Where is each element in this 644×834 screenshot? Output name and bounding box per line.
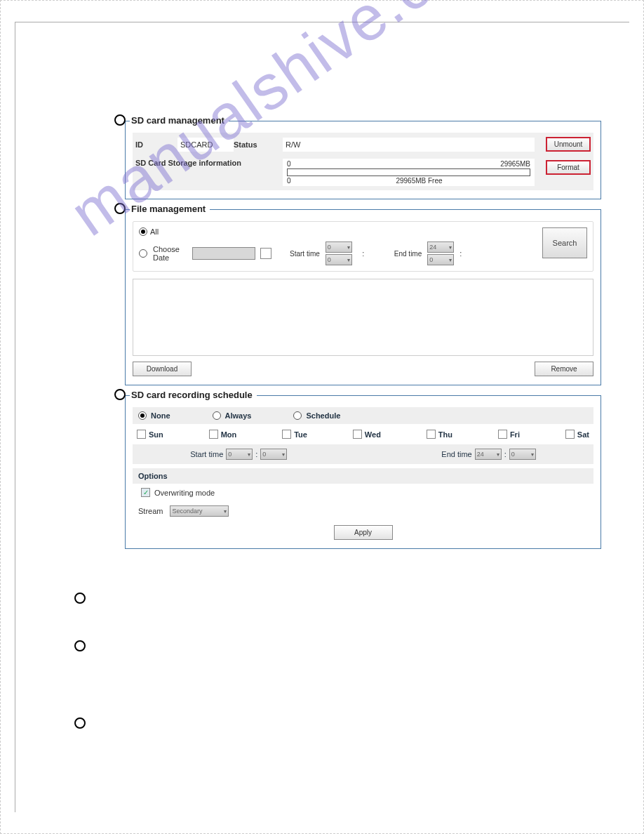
schedule-label: Schedule bbox=[306, 411, 340, 420]
sd-bar-end: 29965MB bbox=[500, 160, 530, 168]
file-management-panel: File management All Choose Date bbox=[125, 209, 601, 385]
bullet-icon bbox=[114, 114, 126, 126]
day-mon[interactable]: Mon bbox=[209, 430, 237, 439]
sd-mgmt-title: SD card management bbox=[130, 115, 229, 126]
day-thu[interactable]: Thu bbox=[427, 430, 452, 439]
end-time-label: End time bbox=[394, 250, 422, 258]
chk-tue[interactable] bbox=[282, 430, 291, 439]
stream-label: Stream bbox=[138, 507, 163, 515]
sd-status-label: Status bbox=[234, 140, 283, 149]
file-list[interactable] bbox=[133, 279, 593, 356]
filter-choose-row: Choose Date Start time 0▾ 0▾ : bbox=[139, 241, 535, 265]
bullet-icon bbox=[114, 389, 126, 400]
file-filter-box: All Choose Date Start time 0▾ bbox=[133, 221, 593, 272]
sd-mgmt-title-row: SD card management bbox=[114, 114, 229, 126]
content-area: SD card management ID SDCARD Status R/W … bbox=[58, 29, 601, 549]
bullet-icon bbox=[114, 203, 126, 214]
sched-start-h[interactable]: 0▾ bbox=[226, 449, 253, 460]
sd-storage-bar-col: 0 29965MB 0 29965MB Free bbox=[283, 159, 535, 186]
end-hour-select[interactable]: 24▾ bbox=[427, 241, 454, 253]
filter-all-label: All bbox=[150, 227, 159, 236]
chk-overwrite[interactable] bbox=[141, 488, 150, 497]
list-bullet-icon bbox=[74, 640, 86, 651]
start-hour-select[interactable]: 0▾ bbox=[326, 241, 352, 253]
mode-none[interactable]: None bbox=[138, 411, 170, 420]
mode-schedule[interactable]: Schedule bbox=[293, 411, 340, 420]
sat-label: Sat bbox=[577, 430, 589, 439]
none-label: None bbox=[151, 411, 170, 420]
day-wed[interactable]: Wed bbox=[353, 430, 381, 439]
page-inner: manualshive.com SD card management ID SD… bbox=[15, 22, 629, 812]
fri-label: Fri bbox=[510, 430, 520, 439]
wed-label: Wed bbox=[365, 430, 381, 439]
sched-start-m[interactable]: 0▾ bbox=[260, 449, 287, 460]
format-button[interactable]: Format bbox=[546, 160, 591, 175]
calendar-icon[interactable] bbox=[260, 248, 271, 259]
unmount-button[interactable]: Unmount bbox=[546, 137, 591, 152]
chk-mon[interactable] bbox=[209, 430, 218, 439]
sd-bar-top: 0 29965MB bbox=[287, 160, 530, 168]
overwrite-row[interactable]: Overwriting mode bbox=[133, 484, 593, 501]
date-input[interactable] bbox=[192, 247, 255, 260]
sd-management-panel: SD card management ID SDCARD Status R/W … bbox=[125, 121, 601, 199]
radio-always[interactable] bbox=[213, 411, 221, 420]
schedule-time-row: Start time 0▾ : 0▾ End time 24▾ : 0▾ bbox=[133, 444, 593, 464]
sched-end-group: End time 24▾ : 0▾ bbox=[441, 449, 535, 460]
file-management-section: File management All Choose Date bbox=[58, 209, 601, 385]
always-label: Always bbox=[225, 411, 252, 420]
apply-button[interactable]: Apply bbox=[334, 525, 393, 540]
mode-always[interactable]: Always bbox=[213, 411, 252, 420]
chk-fri[interactable] bbox=[498, 430, 507, 439]
sd-storage-bar bbox=[287, 168, 530, 176]
radio-none[interactable] bbox=[138, 411, 147, 420]
day-tue[interactable]: Tue bbox=[282, 430, 307, 439]
sd-management-section: SD card management ID SDCARD Status R/W … bbox=[58, 121, 601, 199]
radio-all[interactable] bbox=[139, 227, 147, 236]
stream-select[interactable]: Secondary▾ bbox=[170, 505, 229, 517]
overwrite-label: Overwriting mode bbox=[154, 489, 215, 497]
sd-bar-bottom: 0 29965MB Free bbox=[287, 177, 530, 185]
remove-button[interactable]: Remove bbox=[535, 362, 593, 376]
schedule-section: SD card recording schedule None Always bbox=[58, 395, 601, 549]
search-button[interactable]: Search bbox=[542, 227, 587, 258]
file-buttons-row: Download Remove bbox=[133, 362, 593, 376]
options-header: Options bbox=[133, 468, 593, 484]
radio-choose-date[interactable] bbox=[139, 249, 147, 258]
file-mgmt-title: File management bbox=[130, 204, 210, 214]
filter-left: All Choose Date Start time 0▾ bbox=[139, 227, 535, 265]
radio-schedule[interactable] bbox=[293, 411, 302, 420]
sched-end-m[interactable]: 0▾ bbox=[509, 449, 536, 460]
sd-status-value: R/W bbox=[283, 138, 535, 152]
mon-label: Mon bbox=[221, 430, 237, 439]
sun-label: Sun bbox=[149, 430, 163, 439]
chk-sun[interactable] bbox=[137, 430, 146, 439]
day-fri[interactable]: Fri bbox=[498, 430, 520, 439]
sd-id-label: ID bbox=[135, 140, 177, 149]
file-mgmt-title-row: File management bbox=[114, 203, 210, 214]
chk-sat[interactable] bbox=[565, 430, 575, 439]
start-min-select[interactable]: 0▾ bbox=[326, 254, 352, 265]
sd-bar-start: 0 bbox=[287, 160, 291, 168]
sched-end-h[interactable]: 24▾ bbox=[475, 449, 502, 460]
schedule-panel: SD card recording schedule None Always bbox=[125, 395, 601, 549]
day-sat[interactable]: Sat bbox=[565, 430, 589, 439]
schedule-title-row: SD card recording schedule bbox=[114, 389, 257, 400]
day-sun[interactable]: Sun bbox=[137, 430, 163, 439]
sd-info-row: ID SDCARD Status R/W Unmount bbox=[133, 133, 593, 156]
sched-end-label: End time bbox=[441, 450, 471, 458]
sd-storage-label: SD Card Storage information bbox=[135, 159, 283, 167]
sd-id-value: SDCARD bbox=[177, 138, 234, 152]
end-min-select[interactable]: 0▾ bbox=[427, 254, 454, 265]
chk-thu[interactable] bbox=[427, 430, 436, 439]
stream-row: Stream Secondary▾ bbox=[133, 501, 593, 521]
list-bullet-icon bbox=[74, 593, 86, 604]
sd-unmount-col: Unmount bbox=[535, 137, 591, 152]
filter-all-row[interactable]: All bbox=[139, 227, 535, 236]
chk-wed[interactable] bbox=[353, 430, 362, 439]
choose-date-label: Choose Date bbox=[153, 245, 187, 262]
sched-start-label: Start time bbox=[190, 450, 223, 458]
sd-bar-free-start: 0 bbox=[287, 177, 308, 185]
download-button[interactable]: Download bbox=[133, 362, 192, 376]
tue-label: Tue bbox=[294, 430, 307, 439]
schedule-title: SD card recording schedule bbox=[130, 390, 257, 400]
